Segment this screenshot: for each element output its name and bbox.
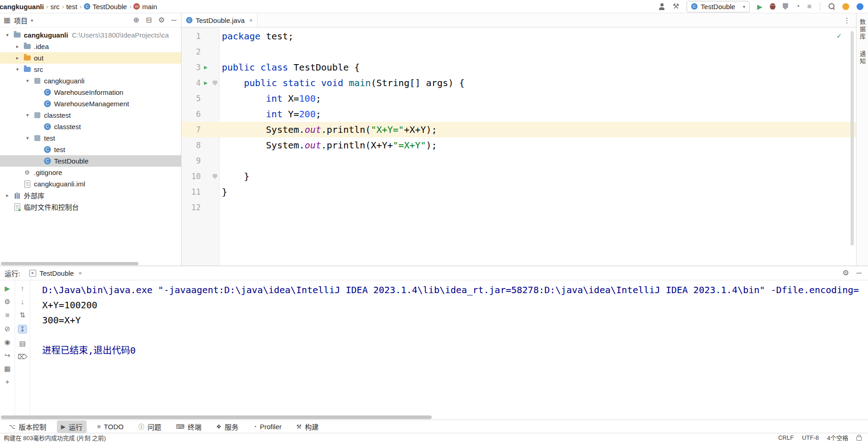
vertical-scrollbar[interactable] xyxy=(851,31,854,246)
toolwindow-button-版本控制[interactable]: ⌥版本控制 xyxy=(5,420,50,433)
tree-item-out[interactable]: ▸out xyxy=(0,52,181,64)
tree-item-classtest[interactable]: Cclasstest xyxy=(0,121,181,132)
settings-icon[interactable]: ⚙ xyxy=(842,269,849,277)
code-line-11[interactable]: 11} xyxy=(181,184,856,200)
coverage-icon[interactable] xyxy=(783,3,788,10)
swap-icon[interactable]: ⇅ xyxy=(20,311,26,318)
stop-icon[interactable]: ■ xyxy=(5,311,10,319)
tree-chevron-icon[interactable]: ▾ xyxy=(23,78,32,84)
editor-tab[interactable]: C TestDouble.java × xyxy=(181,13,258,27)
blue-circle-icon[interactable] xyxy=(857,3,863,10)
run-line-icon[interactable]: ▶ xyxy=(204,60,208,75)
user-icon[interactable] xyxy=(658,3,665,10)
breadcrumb-item-cangkuguanli[interactable]: cangkuguanli xyxy=(0,3,46,11)
encoding-indicator[interactable]: UTF-8 xyxy=(802,434,819,441)
tree-chevron-icon[interactable]: ▸ xyxy=(3,192,12,198)
code-line-9[interactable]: 9 xyxy=(181,153,856,169)
pin-icon[interactable]: ⌖ xyxy=(5,378,9,385)
toolwindow-button-TODO[interactable]: ≡TODO xyxy=(93,421,128,432)
stop-icon[interactable]: ■ xyxy=(807,3,812,10)
code-line-12[interactable]: 12 xyxy=(181,200,856,215)
tree-item-src[interactable]: ▾src xyxy=(0,64,181,75)
hammer-icon[interactable]: ⚒ xyxy=(673,3,679,10)
tree-chevron-icon[interactable]: ▸ xyxy=(13,55,22,61)
toolwindow-button-Profiler[interactable]: ◔Profiler xyxy=(249,421,286,432)
soft-stop-icon[interactable]: ⊘ xyxy=(5,325,11,332)
tree-chevron-icon[interactable]: ▾ xyxy=(3,32,12,38)
tree-item-cangkuguanli.iml[interactable]: cangkuguanli.iml xyxy=(0,178,181,190)
breadcrumb-item-TestDouble[interactable]: CTestDouble xyxy=(82,3,129,11)
scrollbar-thumb[interactable] xyxy=(1,262,138,265)
line-separator-indicator[interactable]: CRLF xyxy=(778,434,794,441)
stripe-item-数据库[interactable]: 数据库 xyxy=(858,19,867,41)
breadcrumb-item-test[interactable]: test xyxy=(64,3,79,11)
run-configuration-selector[interactable]: CTestDouble▾ xyxy=(687,1,750,12)
orange-circle-icon[interactable] xyxy=(842,3,849,10)
code-editor[interactable]: 1package test;23▶public class TestDouble… xyxy=(181,27,856,266)
scrollbar-thumb[interactable] xyxy=(1,415,432,419)
rerun-icon[interactable]: ▶ xyxy=(5,285,10,292)
stripe-item-通知[interactable]: 通知 xyxy=(858,51,867,65)
code-line-10[interactable]: 10 } xyxy=(181,169,856,184)
tree-item-test[interactable]: ▾test xyxy=(0,132,181,144)
clear-icon[interactable]: ⌦ xyxy=(17,353,27,360)
play-icon[interactable]: ▶ xyxy=(757,3,763,10)
code-line-4[interactable]: 4▶ public static void main(String[] args… xyxy=(181,75,856,91)
tree-item-TestDouble[interactable]: CTestDouble xyxy=(0,155,181,167)
search-icon[interactable] xyxy=(829,3,835,10)
code-line-3[interactable]: 3▶public class TestDouble { xyxy=(181,60,856,75)
tree-item-classtest[interactable]: ▾classtest xyxy=(0,109,181,121)
toolwindow-button-问题[interactable]: ⓘ问题 xyxy=(134,420,165,433)
camera-icon[interactable]: ◉ xyxy=(4,338,10,345)
run-tab[interactable]: ▶ TestDouble × xyxy=(25,266,87,280)
exit-icon[interactable]: ↪ xyxy=(5,352,11,359)
code-line-6[interactable]: 6 int Y=200; xyxy=(181,106,856,122)
toolwindow-button-构建[interactable]: ⚒构建 xyxy=(292,420,323,433)
tree-chevron-icon[interactable]: ▾ xyxy=(13,66,22,72)
code-line-7[interactable]: 7 System.out.println("X+Y="+X+Y); xyxy=(181,122,856,137)
settings-icon[interactable]: ⚙ xyxy=(158,16,165,24)
tree-item-.gitignore[interactable]: ⚙.gitignore xyxy=(0,167,181,178)
profiler-icon[interactable]: ◔ xyxy=(796,3,800,10)
tree-item-临时文件和控制台[interactable]: 临时文件和控制台 xyxy=(0,201,181,213)
code-line-2[interactable]: 2 xyxy=(181,44,856,60)
close-icon[interactable]: × xyxy=(78,270,82,277)
run-line-icon[interactable]: ▶ xyxy=(204,75,208,91)
toolwindow-button-终端[interactable]: ⌨终端 xyxy=(172,420,206,433)
toolwindow-button-运行[interactable]: ▶运行 xyxy=(57,420,87,433)
wrench-icon[interactable]: ⚙ xyxy=(4,298,10,305)
tree-chevron-icon[interactable]: ▾ xyxy=(23,112,32,118)
breadcrumb-item-main[interactable]: mmain xyxy=(132,3,159,11)
tree-item-.idea[interactable]: ▸.idea xyxy=(0,41,181,52)
debug-icon[interactable] xyxy=(770,3,775,10)
inspections-ok-icon[interactable]: ✓ xyxy=(837,31,841,40)
down-icon[interactable]: ↓ xyxy=(21,298,24,305)
project-view-selector[interactable]: ▦ 项目 ▾ xyxy=(4,16,33,25)
layout-icon[interactable]: ▦ xyxy=(4,365,11,372)
tree-chevron-icon[interactable]: ▾ xyxy=(23,135,32,141)
toggled-icon-frame[interactable]: ↧ xyxy=(18,325,27,333)
console-output[interactable]: D:\Java\bin\java.exe "-javaagent:D:\java… xyxy=(30,280,868,415)
tree-item-WarehouseInformation[interactable]: CWarehouseInformation xyxy=(0,87,181,98)
toolwindow-button-服务[interactable]: ❖服务 xyxy=(212,420,242,433)
scroll-end-icon[interactable]: ↧ xyxy=(20,326,26,333)
indent-indicator[interactable]: 4个空格 xyxy=(827,433,848,442)
tree-item-WarehouseManagement[interactable]: CWarehouseManagement xyxy=(0,98,181,109)
code-line-5[interactable]: 5 int X=100; xyxy=(181,91,856,106)
locate-icon[interactable]: ⊕ xyxy=(133,16,139,24)
readonly-lock-icon[interactable] xyxy=(857,437,862,441)
tree-item-外部库[interactable]: ▸外部库 xyxy=(0,190,181,201)
code-line-1[interactable]: 1package test; xyxy=(181,28,856,44)
horizontal-scrollbar[interactable] xyxy=(0,262,181,266)
code-line-8[interactable]: 8 System.out.println(X+Y+"=X+Y"); xyxy=(181,137,856,153)
hide-icon[interactable]: ─ xyxy=(857,269,862,277)
breadcrumb-item-src[interactable]: src xyxy=(49,3,61,11)
tree-item-test[interactable]: Ctest xyxy=(0,144,181,155)
tree-item-cangkuguanli[interactable]: ▾cangkuguanli xyxy=(0,75,181,87)
horizontal-scrollbar[interactable] xyxy=(0,415,868,420)
tree-chevron-icon[interactable]: ▸ xyxy=(13,44,22,49)
tab-options-icon[interactable]: ⋮ xyxy=(843,16,856,25)
close-icon[interactable]: × xyxy=(249,17,253,24)
up-icon[interactable]: ↑ xyxy=(21,285,24,292)
hide-icon[interactable]: ─ xyxy=(171,16,176,24)
